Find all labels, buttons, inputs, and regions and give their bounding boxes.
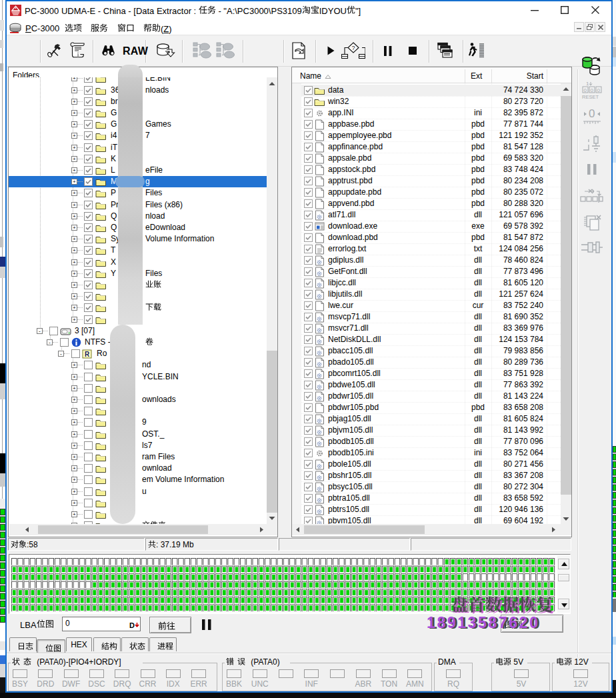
svg-text:0: 0 [584,87,587,93]
svg-text:0: 0 [589,107,595,120]
svg-text:0: 0 [591,87,594,93]
svg-text:1: 1 [586,81,589,87]
svg-text:0: 0 [597,87,601,93]
svg-text:?: ? [352,45,355,51]
svg-text:RESET: RESET [582,94,599,99]
